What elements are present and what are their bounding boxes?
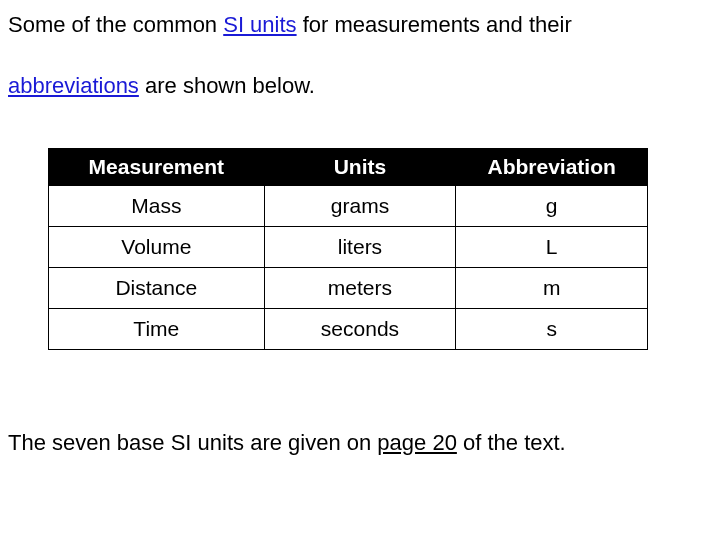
intro-text-2: for measurements and their xyxy=(297,12,572,37)
footer-text-2: of the text. xyxy=(457,430,566,455)
cell-abbreviation: L xyxy=(456,226,648,267)
header-measurement: Measurement xyxy=(49,148,265,185)
abbreviations-term: abbreviations xyxy=(8,73,139,98)
table-row: Distance meters m xyxy=(49,267,648,308)
intro-line-2: abbreviations are shown below. xyxy=(8,71,712,102)
cell-measurement: Time xyxy=(49,308,265,349)
page-reference: page 20 xyxy=(377,430,457,455)
footer-note: The seven base SI units are given on pag… xyxy=(8,430,712,456)
intro-paragraph: Some of the common SI units for measurem… xyxy=(8,10,712,102)
units-table-wrapper: Measurement Units Abbreviation Mass gram… xyxy=(48,148,712,350)
cell-measurement: Volume xyxy=(49,226,265,267)
cell-abbreviation: s xyxy=(456,308,648,349)
table-row: Volume liters L xyxy=(49,226,648,267)
cell-measurement: Mass xyxy=(49,185,265,226)
intro-text-1: Some of the common xyxy=(8,12,223,37)
header-abbreviation: Abbreviation xyxy=(456,148,648,185)
cell-units: meters xyxy=(264,267,456,308)
units-table: Measurement Units Abbreviation Mass gram… xyxy=(48,148,648,350)
cell-units: grams xyxy=(264,185,456,226)
cell-measurement: Distance xyxy=(49,267,265,308)
cell-units: seconds xyxy=(264,308,456,349)
table-row: Time seconds s xyxy=(49,308,648,349)
header-units: Units xyxy=(264,148,456,185)
table-row: Mass grams g xyxy=(49,185,648,226)
intro-line-1: Some of the common SI units for measurem… xyxy=(8,10,712,41)
cell-abbreviation: g xyxy=(456,185,648,226)
intro-text-3: are shown below. xyxy=(139,73,315,98)
footer-text-1: The seven base SI units are given on xyxy=(8,430,377,455)
si-units-term: SI units xyxy=(223,12,296,37)
table-header-row: Measurement Units Abbreviation xyxy=(49,148,648,185)
cell-units: liters xyxy=(264,226,456,267)
cell-abbreviation: m xyxy=(456,267,648,308)
